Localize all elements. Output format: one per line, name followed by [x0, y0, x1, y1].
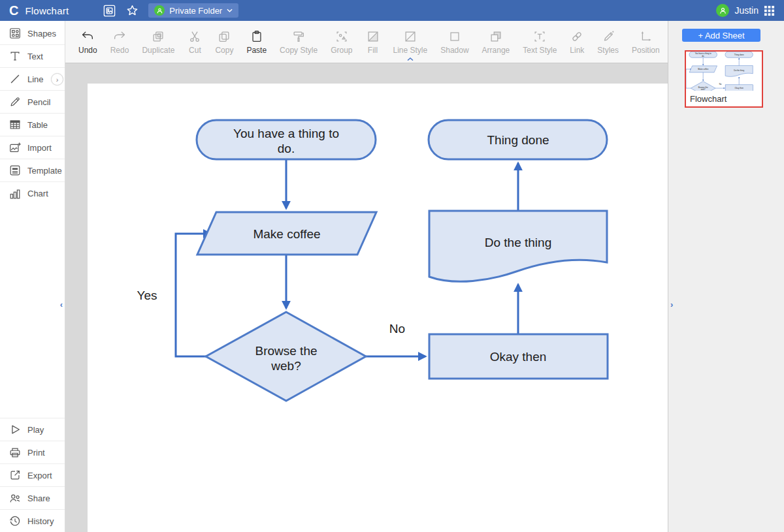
group-icon [335, 29, 349, 44]
sidebar-item-line[interactable]: Line › [0, 68, 65, 91]
text-icon [8, 50, 22, 63]
sheet-name: Flowchart [686, 93, 762, 106]
redo-icon [112, 29, 127, 44]
toolbar-cut[interactable]: Cut [181, 21, 208, 63]
line-icon [8, 72, 22, 86]
shadow-icon [448, 29, 462, 44]
sidebar-item-text[interactable]: Text [0, 45, 65, 68]
user-name: Justin [734, 5, 759, 16]
chevron-down-icon [227, 8, 233, 12]
sidebar-item-template[interactable]: Template [0, 159, 65, 182]
toolbar-redo[interactable]: Redo [104, 21, 136, 63]
toolbar-shadow[interactable]: Shadow [434, 21, 475, 63]
sidebar-item-chart[interactable]: Chart [0, 182, 65, 205]
sheet-thumbnail-preview [686, 52, 762, 93]
fill-icon [366, 29, 380, 44]
sidebar-item-pencil[interactable]: Pencil [0, 91, 65, 114]
folder-selector[interactable]: Private Folder [148, 3, 238, 18]
text-style-icon [532, 29, 547, 44]
line-style-icon [403, 29, 417, 44]
toolbar-arrange[interactable]: Arrange [476, 21, 517, 63]
left-sidebar: Shapes Text Line › Pencil Table Impor [0, 21, 65, 532]
scissors-icon [188, 29, 202, 44]
toolbar-copy[interactable]: Copy [208, 21, 240, 63]
import-image-icon [8, 141, 22, 154]
toolbar-undo[interactable]: Undo [72, 21, 104, 63]
folder-name: Private Folder [169, 6, 222, 16]
toolbar-text-style[interactable]: Text Style [516, 21, 563, 63]
topbar: C Flowchart Private Folder Justin [0, 0, 784, 21]
flowchart-svg: You have a thing todo. Thing done Make c… [65, 63, 668, 532]
node-okay-label: Okay then [490, 350, 547, 364]
sidebar-item-play[interactable]: Play [0, 418, 65, 441]
sidebar-item-table[interactable]: Table [0, 114, 65, 136]
toolbar-position[interactable]: Position [625, 21, 666, 63]
position-axis-icon [638, 29, 653, 44]
node-do-thing-label: Do the thing [485, 236, 551, 249]
line-options-expander[interactable]: › [51, 73, 63, 86]
paint-roller-icon [291, 29, 306, 44]
node-done-label: Thing done [487, 133, 549, 147]
app-title: Flowchart [25, 5, 69, 16]
drawing-canvas[interactable]: You have a thing todo. Thing done Make c… [65, 63, 668, 532]
play-icon [8, 423, 22, 436]
arrange-icon [489, 29, 503, 44]
toolbar-link[interactable]: Link [563, 21, 591, 63]
toolbar-copy-style[interactable]: Copy Style [273, 21, 324, 63]
toolbar-group[interactable]: Group [324, 21, 359, 63]
copy-icon [217, 29, 231, 44]
edge-label-no[interactable]: No [389, 322, 405, 336]
toolbar-fill[interactable]: Fill [359, 21, 387, 63]
undo-icon [80, 29, 95, 44]
link-icon [570, 29, 584, 44]
sidebar-item-shapes[interactable]: Shapes [0, 22, 65, 45]
pencil-icon [8, 95, 22, 108]
sidebar-collapse-chevron[interactable]: ‹ [60, 300, 63, 309]
export-icon [8, 469, 22, 482]
print-icon [8, 446, 22, 459]
toolbar-styles[interactable]: Styles [591, 21, 625, 63]
shapes-icon [8, 27, 22, 40]
sheet-thumbnail-flowchart[interactable]: Flowchart [685, 50, 763, 108]
sheets-panel: + Add Sheet Flowchart › [668, 21, 784, 532]
apps-grid-icon[interactable] [764, 5, 775, 16]
edge-label-yes[interactable]: Yes [137, 289, 157, 302]
styles-pen-icon [601, 29, 615, 44]
toolbar-line-style[interactable]: Line Style [387, 21, 434, 63]
star-favorite-icon[interactable] [125, 4, 139, 18]
table-icon [8, 118, 22, 131]
toolbar-paste[interactable]: Paste [240, 21, 273, 63]
chart-icon [8, 187, 22, 200]
toolbar-duplicate[interactable]: Duplicate [135, 21, 181, 63]
folder-avatar-icon [154, 5, 165, 16]
sidebar-item-import[interactable]: Import [0, 136, 65, 159]
sidebar-item-share[interactable]: Share [0, 486, 65, 509]
sidebar-item-export[interactable]: Export [0, 463, 65, 486]
duplicate-icon [151, 29, 165, 44]
toolbar: Undo Redo Duplicate Cut Copy Paste [65, 21, 668, 63]
history-icon [8, 514, 22, 527]
sidebar-item-print[interactable]: Print [0, 441, 65, 463]
node-make-coffee-label: Make coffee [253, 227, 320, 241]
template-icon [8, 164, 22, 177]
user-avatar[interactable] [716, 4, 729, 17]
document-preview-icon[interactable] [103, 4, 116, 18]
panel-expand-chevron[interactable]: › [670, 300, 673, 309]
line-style-popup-caret-icon [407, 57, 414, 61]
share-people-icon [8, 492, 22, 505]
add-sheet-button[interactable]: + Add Sheet [682, 29, 760, 42]
app-logo-icon[interactable]: C [9, 4, 18, 17]
sidebar-item-history[interactable]: History [0, 509, 65, 532]
clipboard-icon [250, 29, 264, 44]
